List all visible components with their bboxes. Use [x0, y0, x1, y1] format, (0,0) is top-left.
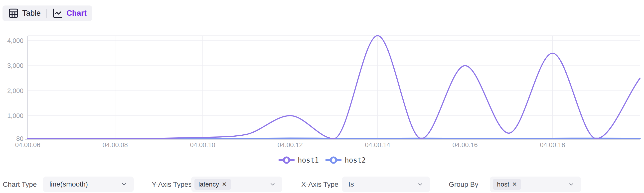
svg-text:04:00:10: 04:00:10 [190, 141, 215, 149]
series-marker-icon [278, 156, 295, 165]
legend-item-host1[interactable]: host1 [278, 156, 319, 165]
svg-text:1,000: 1,000 [7, 112, 24, 119]
chevron-down-icon [269, 181, 276, 188]
group-by-label: Group By [449, 181, 478, 189]
svg-text:04:00:14: 04:00:14 [365, 141, 390, 149]
svg-text:04:00:16: 04:00:16 [452, 141, 478, 149]
chart-type-select[interactable]: line(smooth) [43, 177, 134, 192]
legend-label: host1 [298, 156, 319, 164]
chevron-down-icon [417, 181, 424, 188]
chevron-down-icon [568, 181, 574, 188]
legend-item-host2[interactable]: host2 [325, 156, 366, 165]
svg-text:04:00:06: 04:00:06 [15, 141, 40, 149]
svg-text:2,000: 2,000 [7, 87, 24, 95]
y-axis-types-select[interactable]: latency ✕ [191, 177, 282, 192]
x-axis-type-select[interactable]: ts [342, 177, 430, 192]
svg-text:04:00:08: 04:00:08 [102, 141, 128, 149]
tag-text: latency [198, 181, 219, 188]
group-by-tag-host: host ✕ [493, 179, 521, 190]
svg-text:3,000: 3,000 [7, 62, 24, 69]
svg-text:04:00:12: 04:00:12 [278, 141, 303, 149]
y-axis-tag-latency: latency ✕ [194, 179, 231, 190]
x-axis-type-label: X-Axis Type [301, 181, 338, 189]
legend-label: host2 [345, 156, 366, 164]
x-axis-type-value: ts [348, 180, 354, 188]
group-by-select[interactable]: host ✕ [490, 177, 581, 192]
chart-legend: host1 host2 [0, 156, 644, 165]
tag-text: host [497, 181, 509, 188]
series-marker-icon [325, 156, 342, 165]
chart-canvas[interactable]: 801,0002,0003,0004,00004:00:0604:00:0804… [0, 0, 644, 155]
svg-text:4,000: 4,000 [7, 37, 24, 44]
chart-type-value: line(smooth) [50, 180, 88, 188]
chevron-down-icon [121, 181, 127, 188]
remove-tag-icon[interactable]: ✕ [512, 181, 517, 187]
chart-type-label: Chart Type [3, 181, 37, 189]
svg-text:04:00:18: 04:00:18 [540, 141, 565, 149]
remove-tag-icon[interactable]: ✕ [222, 181, 227, 187]
y-axis-types-label: Y-Axis Types [152, 181, 192, 189]
